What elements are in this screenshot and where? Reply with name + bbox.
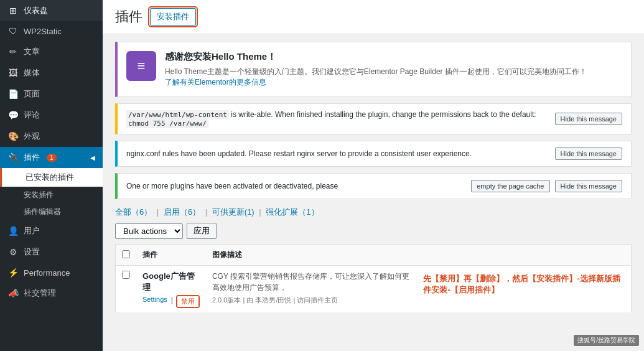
media-icon: 🖼 (7, 68, 19, 78)
cache-notice-hide-button[interactable]: Hide this message (555, 180, 623, 192)
sidebar-item-plugins[interactable]: 🔌 插件 1 ◀ (0, 147, 103, 168)
elementor-learn-more-link[interactable]: 了解有关Elementor的更多信息 (165, 78, 266, 87)
col-desc: 图像描述 (206, 245, 417, 266)
sidebar-sub-installed-label: 已安装的插件 (26, 172, 74, 182)
plugin-info-cell: Google广告管理 Settings | 禁用 (136, 266, 206, 313)
filter-all-link[interactable]: 全部（6） (115, 207, 152, 217)
plugin-meta: 2.0.0版本 | 由 李浩男/田悦 | 访问插件主页 (212, 296, 411, 305)
posts-icon: ✏ (7, 47, 19, 57)
nginx-notice: nginx.conf rules have been updated. Plea… (115, 141, 632, 167)
dashboard-icon: ⊞ (7, 6, 19, 16)
row-checkbox-cell (116, 266, 137, 313)
bulk-apply-button[interactable]: 应用 (187, 223, 217, 239)
plugin-name: Google广告管理 (142, 271, 200, 293)
permission-notice-text: /var/www/html/wp-content is write-able. … (126, 110, 550, 128)
sidebar-label-appearance: 外观 (24, 131, 40, 142)
main-content: 插件 安装插件 ≡ 感谢您安装Hello Theme！ Hello Theme主… (103, 0, 644, 351)
sidebar-sub-add-new-label: 安装插件 (24, 190, 54, 199)
col-checkbox (116, 245, 137, 266)
plugin-actions: Settings | 禁用 (142, 296, 200, 307)
banner-text: 感谢您安装Hello Theme！ Hello Theme主题是一个轻量级的入门… (165, 51, 622, 88)
sidebar-label-plugins: 插件 (24, 152, 40, 163)
cache-notice-text: One or more plugins have been activated … (126, 182, 466, 190)
annotation-text: 先【禁用】再【删除】，然后【安装插件】-选择新版插件安装-【启用插件】 (423, 271, 625, 298)
plugins-collapse-icon: ◀ (90, 154, 95, 161)
annotation-cell: 先【禁用】再【删除】，然后【安装插件】-选择新版插件安装-【启用插件】 (417, 266, 631, 313)
sidebar-label-settings: 设置 (24, 246, 40, 258)
sidebar-item-comments[interactable]: 💬 评论 (0, 105, 103, 126)
bulk-actions-select[interactable]: Bulk actions (115, 223, 183, 239)
sidebar-sub-installed[interactable]: 已安装的插件 (0, 168, 103, 187)
sidebar-label-performance: Performance (24, 268, 70, 278)
performance-icon: ⚡ (7, 268, 19, 278)
settings-icon: ⚙ (7, 247, 19, 257)
sidebar-label-posts: 文章 (24, 46, 40, 57)
plugins-icon: 🔌 (7, 152, 19, 162)
plugin-desc-cell: CGY 搜索引擎营销销售报告存储库，可让您深入了解如何更高效地使用广告预算， 2… (206, 266, 417, 313)
page-title: 插件 (115, 7, 142, 26)
col-plugin: 插件 (136, 245, 206, 266)
sidebar-label-media: 媒体 (24, 67, 40, 78)
pages-icon: 📄 (7, 89, 19, 99)
sidebar-item-social[interactable]: 📣 社交管理 (0, 283, 103, 304)
nginx-notice-hide-button[interactable]: Hide this message (555, 147, 623, 160)
sidebar-label-wp2static: WP2Static (24, 27, 62, 36)
plugins-badge: 1 (47, 154, 57, 162)
plugin-filters: 全部（6） | 启用（6） | 可供更新(1) | 强化扩展（1） (115, 207, 632, 218)
select-all-checkbox[interactable] (122, 250, 130, 258)
sidebar-item-media[interactable]: 🖼 媒体 (0, 62, 103, 83)
sidebar-item-pages[interactable]: 📄 页面 (0, 83, 103, 105)
users-icon: 👤 (7, 226, 19, 236)
sidebar-item-appearance[interactable]: 🎨 外观 (0, 126, 103, 147)
plugin-checkbox[interactable] (122, 271, 130, 279)
social-icon: 📣 (7, 288, 19, 298)
table-row: Google广告管理 Settings | 禁用 CGY 搜索引擎营销销售报告存… (116, 266, 632, 313)
deactivate-button[interactable]: 禁用 (177, 296, 199, 307)
sidebar-item-dashboard[interactable]: ⊞ 仪表盘 (0, 0, 103, 21)
col-annotation (417, 245, 631, 266)
plugin-table: 插件 图像描述 Google广告管理 Settings | 禁用 (115, 244, 632, 313)
nginx-notice-text: nginx.conf rules have been updated. Plea… (126, 149, 550, 158)
banner-title: 感谢您安装Hello Theme！ (165, 51, 622, 63)
sidebar: ⊞ 仪表盘 🛡 WP2Static ✏ 文章 🖼 媒体 📄 页面 💬 评论 🎨 … (0, 0, 103, 351)
elementor-icon: ≡ (126, 51, 156, 81)
filter-update-link[interactable]: 可供更新(1) (212, 207, 254, 217)
sidebar-item-settings[interactable]: ⚙ 设置 (0, 241, 103, 263)
hello-theme-banner: ≡ 感谢您安装Hello Theme！ Hello Theme主题是一个轻量级的… (115, 42, 632, 97)
install-plugins-button[interactable]: 安装插件 (150, 8, 196, 26)
sidebar-label-pages: 页面 (24, 88, 40, 100)
sidebar-item-users[interactable]: 👤 用户 (0, 220, 103, 241)
filter-enabled-link[interactable]: 启用（6） (164, 207, 200, 217)
appearance-icon: 🎨 (7, 131, 19, 141)
filter-extend-link[interactable]: 强化扩展（1） (266, 207, 319, 217)
wp2static-icon: 🛡 (7, 26, 19, 36)
sidebar-sub-add-new[interactable]: 安装插件 (0, 187, 103, 204)
settings-link[interactable]: Settings (142, 296, 167, 307)
permission-notice: /var/www/html/wp-content is write-able. … (115, 103, 632, 134)
bulk-actions-bar: Bulk actions 应用 (115, 223, 632, 239)
comments-icon: 💬 (7, 110, 19, 120)
sidebar-sub-editor[interactable]: 插件编辑器 (0, 204, 103, 220)
sidebar-item-posts[interactable]: ✏ 文章 (0, 41, 103, 62)
page-header: 插件 安装插件 (103, 0, 644, 34)
banner-desc: Hello Theme主题是一个轻量级的入门主题。我们建议您它与Elemento… (165, 66, 622, 77)
sidebar-label-social: 社交管理 (24, 288, 56, 299)
sidebar-label-comments: 评论 (24, 110, 40, 121)
sidebar-label-users: 用户 (24, 225, 40, 236)
permission-notice-hide-button[interactable]: Hide this message (555, 113, 623, 125)
sidebar-item-performance[interactable]: ⚡ Performance (0, 263, 103, 283)
sidebar-item-wp2static[interactable]: 🛡 WP2Static (0, 21, 103, 41)
sidebar-sub-editor-label: 插件编辑器 (24, 207, 61, 216)
empty-cache-button[interactable]: empty the page cache (471, 180, 549, 192)
plugin-desc: CGY 搜索引擎营销销售报告存储库，可让您深入了解如何更高效地使用广告预算， (212, 271, 411, 293)
sidebar-label-dashboard: 仪表盘 (24, 5, 48, 16)
cache-notice: One or more plugins have been activated … (115, 173, 632, 199)
